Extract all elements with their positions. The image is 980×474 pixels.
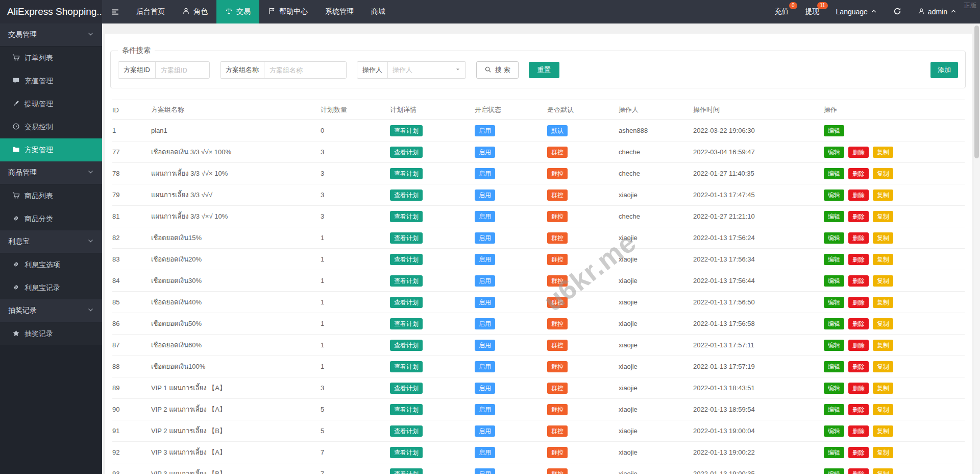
group-control-badge[interactable]: 群控	[547, 404, 568, 415]
sidebar-group-header-1[interactable]: 商品管理	[0, 161, 102, 184]
sidebar-item-2-0[interactable]: 利息宝选项	[0, 253, 102, 276]
edit-button[interactable]: 编辑	[824, 297, 844, 308]
delete-button[interactable]: 删除	[848, 189, 869, 201]
copy-button[interactable]: 复制	[873, 168, 893, 179]
edit-button[interactable]: 编辑	[824, 189, 844, 201]
status-enabled-button[interactable]: 启用	[475, 168, 495, 179]
group-control-badge[interactable]: 群控	[547, 340, 568, 351]
edit-button[interactable]: 编辑	[824, 211, 844, 222]
delete-button[interactable]: 删除	[848, 318, 869, 329]
edit-button[interactable]: 编辑	[824, 383, 844, 394]
sidebar-item-3-0[interactable]: 抽奖记录	[0, 322, 102, 345]
status-enabled-button[interactable]: 启用	[475, 447, 495, 458]
delete-button[interactable]: 删除	[848, 404, 869, 415]
delete-button[interactable]: 删除	[848, 168, 869, 179]
status-enabled-button[interactable]: 启用	[475, 383, 495, 394]
group-control-badge[interactable]: 群控	[547, 383, 568, 394]
sidebar-item-0-2[interactable]: 提现管理	[0, 92, 102, 115]
view-plan-button[interactable]: 查看计划	[390, 340, 423, 351]
status-enabled-button[interactable]: 启用	[475, 147, 495, 158]
delete-button[interactable]: 删除	[848, 340, 869, 351]
copy-button[interactable]: 复制	[873, 383, 893, 394]
delete-button[interactable]: 删除	[848, 361, 869, 372]
sidebar-item-1-0[interactable]: 商品列表	[0, 184, 102, 207]
view-plan-button[interactable]: 查看计划	[390, 275, 423, 287]
group-control-badge[interactable]: 群控	[547, 425, 568, 437]
status-enabled-button[interactable]: 启用	[475, 468, 495, 474]
nav-item-1[interactable]: 角色	[174, 0, 216, 23]
search-input-1[interactable]	[264, 62, 346, 78]
language-menu[interactable]: Language	[828, 0, 885, 23]
add-button[interactable]: 添加	[930, 62, 958, 78]
status-enabled-button[interactable]: 启用	[475, 404, 495, 415]
group-control-badge[interactable]: 群控	[547, 211, 568, 222]
delete-button[interactable]: 删除	[848, 147, 869, 158]
delete-button[interactable]: 删除	[848, 425, 869, 437]
view-plan-button[interactable]: 查看计划	[390, 125, 423, 136]
status-enabled-button[interactable]: 启用	[475, 211, 495, 222]
view-plan-button[interactable]: 查看计划	[390, 425, 423, 437]
scrollbar-thumb[interactable]	[974, 26, 979, 158]
status-enabled-button[interactable]: 启用	[475, 232, 495, 244]
edit-button[interactable]: 编辑	[824, 425, 844, 437]
copy-button[interactable]: 复制	[873, 211, 893, 222]
edit-button[interactable]: 编辑	[824, 232, 844, 244]
view-plan-button[interactable]: 查看计划	[390, 254, 423, 265]
status-enabled-button[interactable]: 启用	[475, 318, 495, 329]
sidebar-group-header-2[interactable]: 利息宝	[0, 230, 102, 253]
edit-button[interactable]: 编辑	[824, 147, 844, 158]
copy-button[interactable]: 复制	[873, 147, 893, 158]
brand-logo[interactable]: AliExpress Shopping...	[0, 0, 102, 23]
status-enabled-button[interactable]: 启用	[475, 425, 495, 437]
group-control-badge[interactable]: 群控	[547, 297, 568, 308]
sidebar-item-2-1[interactable]: 利息宝记录	[0, 276, 102, 299]
view-plan-button[interactable]: 查看计划	[390, 168, 423, 179]
withdraw-link[interactable]: 提现 11	[797, 0, 828, 23]
delete-button[interactable]: 删除	[848, 254, 869, 265]
view-plan-button[interactable]: 查看计划	[390, 404, 423, 415]
copy-button[interactable]: 复制	[873, 318, 893, 329]
view-plan-button[interactable]: 查看计划	[390, 189, 423, 201]
status-enabled-button[interactable]: 启用	[475, 340, 495, 351]
delete-button[interactable]: 删除	[848, 383, 869, 394]
view-plan-button[interactable]: 查看计划	[390, 297, 423, 308]
copy-button[interactable]: 复制	[873, 254, 893, 265]
view-plan-button[interactable]: 查看计划	[390, 468, 423, 474]
copy-button[interactable]: 复制	[873, 275, 893, 287]
sidebar-item-0-0[interactable]: 订单列表	[0, 46, 102, 69]
copy-button[interactable]: 复制	[873, 361, 893, 372]
sidebar-item-0-4[interactable]: 方案管理	[0, 138, 102, 161]
copy-button[interactable]: 复制	[873, 425, 893, 437]
sidebar-item-0-3[interactable]: 交易控制	[0, 115, 102, 138]
search-button[interactable]: 搜 索	[476, 61, 519, 79]
delete-button[interactable]: 删除	[848, 232, 869, 244]
group-control-badge[interactable]: 群控	[547, 361, 568, 372]
copy-button[interactable]: 复制	[873, 447, 893, 458]
edit-button[interactable]: 编辑	[824, 404, 844, 415]
view-plan-button[interactable]: 查看计划	[390, 211, 423, 222]
group-control-badge[interactable]: 群控	[547, 147, 568, 158]
search-input-0[interactable]	[156, 62, 209, 78]
edit-button[interactable]: 编辑	[824, 125, 844, 136]
group-control-badge[interactable]: 群控	[547, 447, 568, 458]
copy-button[interactable]: 复制	[873, 468, 893, 474]
status-enabled-button[interactable]: 启用	[475, 275, 495, 287]
status-enabled-button[interactable]: 启用	[475, 297, 495, 308]
page-scrollbar[interactable]	[973, 23, 980, 474]
nav-item-2[interactable]: 交易	[216, 0, 259, 23]
copy-button[interactable]: 复制	[873, 340, 893, 351]
edit-button[interactable]: 编辑	[824, 468, 844, 474]
recharge-link[interactable]: 充值 0	[767, 0, 797, 23]
delete-button[interactable]: 删除	[848, 211, 869, 222]
group-control-badge[interactable]: 群控	[547, 189, 568, 201]
edit-button[interactable]: 编辑	[824, 340, 844, 351]
status-enabled-button[interactable]: 启用	[475, 361, 495, 372]
view-plan-button[interactable]: 查看计划	[390, 147, 423, 158]
user-menu[interactable]: admin	[910, 0, 965, 23]
operator-select[interactable]: 操作人	[388, 62, 465, 78]
view-plan-button[interactable]: 查看计划	[390, 361, 423, 372]
nav-item-3[interactable]: 帮助中心	[259, 0, 316, 23]
copy-button[interactable]: 复制	[873, 232, 893, 244]
sidebar-group-header-3[interactable]: 抽奖记录	[0, 299, 102, 322]
edit-button[interactable]: 编辑	[824, 318, 844, 329]
